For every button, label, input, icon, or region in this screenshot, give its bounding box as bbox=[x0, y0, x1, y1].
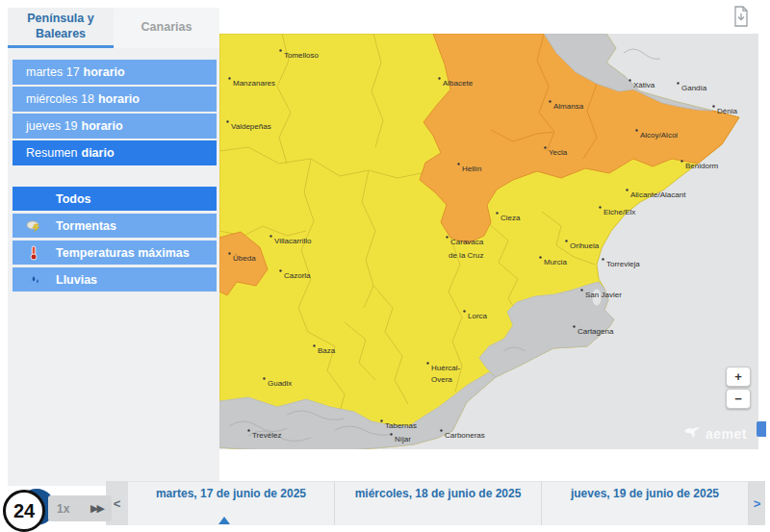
timeline-next-button[interactable]: > bbox=[749, 481, 765, 525]
timeline-days: martes, 17 de junio de 2025miércoles, 18… bbox=[128, 481, 749, 525]
day-button-group: martes 17horariomiércoles 18horariojueve… bbox=[13, 60, 217, 165]
city-marker bbox=[549, 100, 551, 102]
city-marker bbox=[270, 235, 271, 237]
filter-button-label: Todos bbox=[56, 192, 91, 206]
timeline-day-0[interactable]: martes, 17 de junio de 2025 bbox=[128, 482, 335, 525]
city-label: Yecla bbox=[549, 148, 568, 157]
city-label: Cieza bbox=[500, 214, 521, 222]
day-button-text: martes 17 bbox=[26, 65, 80, 79]
city-label: Lorca bbox=[468, 312, 488, 320]
timeline-day-1[interactable]: miércoles, 18 de junio de 2025 bbox=[335, 482, 542, 525]
zoom-in-button[interactable]: + bbox=[726, 367, 751, 387]
city-label: Dénia bbox=[717, 107, 737, 115]
map-zoom-controls: + − bbox=[726, 367, 751, 409]
sidebar-day-button-3[interactable]: Resumendiario bbox=[13, 140, 217, 165]
city-label: Cazorla bbox=[284, 271, 311, 280]
city-marker bbox=[263, 377, 265, 379]
city-marker bbox=[226, 120, 228, 122]
thermometer-icon bbox=[24, 245, 43, 261]
city-label: Níjar bbox=[395, 435, 411, 443]
city-label: Gandía bbox=[681, 84, 707, 92]
region-tabs: Península y Baleares Canarias bbox=[8, 8, 219, 48]
warning-map-svg: TomellosoManzanaresAlbaceteXàtivaGandíaA… bbox=[219, 34, 758, 449]
filter-button-label: Lluvias bbox=[56, 273, 97, 287]
city-marker bbox=[680, 160, 682, 162]
city-label: Benidorm bbox=[685, 162, 719, 170]
sidebar-filter-button-todos[interactable]: Todos bbox=[13, 187, 217, 211]
city-marker bbox=[626, 189, 628, 190]
city-label: Albacete bbox=[443, 79, 474, 88]
city-marker bbox=[599, 206, 601, 208]
city-marker bbox=[446, 236, 448, 238]
map-edge-blue-element bbox=[757, 421, 766, 437]
city-label: Valdepeñas bbox=[231, 122, 271, 131]
city-label: Manzanares bbox=[233, 79, 275, 88]
tab-canarias[interactable]: Canarias bbox=[114, 8, 219, 48]
sidebar-filter-button-tormentas[interactable]: Tormentas bbox=[13, 214, 217, 238]
rain-icon bbox=[24, 272, 43, 288]
day-button-text: miércoles 18 bbox=[26, 92, 94, 106]
player-controls: 1x ▶▶ bbox=[48, 495, 112, 521]
city-marker bbox=[544, 146, 546, 148]
aemet-warnings-page: Península y Baleares Canarias martes 17h… bbox=[0, 0, 770, 532]
timeline-day-2[interactable]: jueves, 19 de junio de 2025 bbox=[542, 482, 749, 525]
storm-icon bbox=[24, 218, 43, 234]
city-label: Alcoy/Alcoi bbox=[640, 131, 678, 139]
city-marker bbox=[712, 105, 714, 107]
city-label: Guadix bbox=[268, 379, 292, 388]
aemet-bird-icon bbox=[683, 426, 701, 442]
filter-button-label: Temperaturas máximas bbox=[56, 246, 190, 260]
city-label: Orihuela bbox=[570, 241, 600, 250]
city-label: Alicante/Alacant bbox=[630, 190, 686, 199]
city-label: Huércal- bbox=[431, 364, 461, 372]
city-label: Baza bbox=[318, 346, 336, 355]
city-label: Hellín bbox=[462, 165, 481, 173]
city-label: de la Cruz bbox=[449, 251, 483, 260]
fast-forward-button[interactable]: ▶▶ bbox=[90, 502, 103, 515]
day-button-text: Resumen bbox=[26, 146, 78, 160]
timeline: < martes, 17 de junio de 2025miércoles, … bbox=[106, 481, 765, 525]
city-marker bbox=[426, 362, 428, 364]
speed-button[interactable]: 1x bbox=[57, 502, 69, 516]
city-label: Caravaca bbox=[450, 238, 484, 246]
city-marker bbox=[380, 419, 382, 421]
city-marker bbox=[677, 82, 679, 84]
city-label: Torrevieja bbox=[606, 260, 640, 268]
city-label: Overa bbox=[431, 375, 452, 384]
city-marker bbox=[457, 163, 459, 165]
aemet-watermark-text: aemet bbox=[706, 426, 747, 442]
city-label: Cartagena bbox=[578, 327, 614, 336]
city-marker bbox=[228, 252, 230, 254]
city-marker bbox=[602, 258, 603, 260]
timeline-selected-marker bbox=[218, 517, 230, 524]
city-label: Almansa bbox=[553, 102, 584, 111]
city-marker bbox=[228, 77, 230, 79]
city-marker bbox=[390, 433, 392, 435]
city-label: Villacarrillo bbox=[274, 237, 312, 245]
city-marker bbox=[580, 289, 582, 291]
sidebar-filter-button-temperaturas-máximas[interactable]: Temperaturas máximas bbox=[13, 241, 217, 265]
city-marker bbox=[573, 325, 575, 327]
city-marker bbox=[279, 269, 281, 271]
zoom-out-button[interactable]: − bbox=[726, 389, 751, 409]
city-marker bbox=[438, 77, 440, 79]
city-marker bbox=[440, 429, 442, 431]
city-label: Trevélez bbox=[252, 431, 281, 440]
city-label: Murcia bbox=[544, 258, 568, 266]
tab-peninsula-baleares[interactable]: Península y Baleares bbox=[8, 8, 114, 48]
sidebar-day-button-0[interactable]: martes 17horario bbox=[13, 60, 217, 85]
city-label: Úbeda bbox=[233, 254, 256, 263]
day-button-bold-text: horario bbox=[84, 65, 125, 79]
warning-map[interactable]: TomellosoManzanaresAlbaceteXàtivaGandíaA… bbox=[219, 34, 758, 449]
city-label: Xàtiva bbox=[633, 81, 655, 89]
city-marker bbox=[313, 344, 315, 346]
day-button-bold-text: horario bbox=[82, 119, 123, 133]
download-icon[interactable] bbox=[732, 6, 753, 29]
aemet-watermark: aemet bbox=[683, 426, 747, 442]
city-marker bbox=[463, 310, 465, 312]
city-marker bbox=[279, 49, 281, 51]
sidebar-filter-button-lluvias[interactable]: Lluvias bbox=[13, 267, 217, 291]
sidebar-day-button-2[interactable]: jueves 19horario bbox=[13, 114, 217, 139]
city-label: Elche/Elx bbox=[603, 208, 635, 216]
sidebar-day-button-1[interactable]: miércoles 18horario bbox=[13, 87, 217, 112]
